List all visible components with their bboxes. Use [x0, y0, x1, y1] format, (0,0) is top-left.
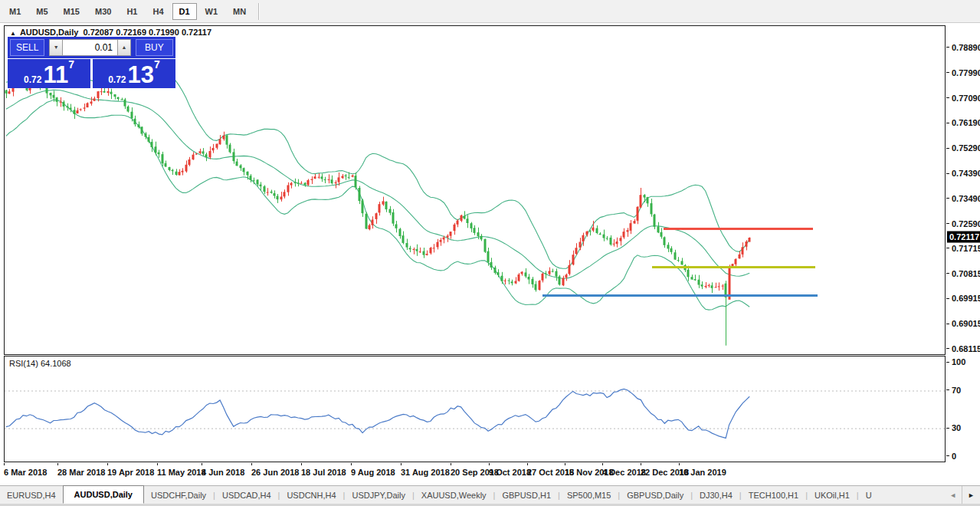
rsi-canvas[interactable] [5, 356, 945, 462]
rsi-label: RSI(14) 64.1068 [9, 359, 71, 368]
timeframe-button-h1[interactable]: H1 [120, 3, 144, 20]
date-axis-label: 31 Aug 2018 [401, 468, 450, 477]
chart-title: ▲AUDUSD,Daily 0.72087 0.72169 0.71990 0.… [10, 28, 211, 37]
date-axis-label: 11 May 2018 [157, 468, 206, 477]
rsi-axis-tick [946, 428, 949, 429]
date-axis-tick [489, 463, 490, 465]
rsi-axis-tick [946, 389, 949, 390]
tab-gbpusd-h1[interactable]: GBPUSD,H1 [495, 488, 558, 503]
sell-price-prefix: 0.72 [24, 74, 41, 85]
tab-tech100-h1[interactable]: TECH100,H1 [742, 488, 805, 503]
price-axis-label: 0.76190 [952, 118, 980, 127]
one-click-trade-panel: SELL ▼ ▲ BUY 0.72 11 7 0.72 13 7 [8, 37, 175, 88]
buy-button[interactable]: BUY [136, 39, 173, 56]
price-axis-tick [946, 223, 949, 224]
price-axis-tick [946, 298, 949, 299]
date-axis-tick [107, 463, 108, 465]
date-axis-tick [602, 463, 603, 465]
date-axis-tick [157, 463, 158, 465]
price-axis-label: 0.77090 [952, 94, 980, 103]
timeframe-button-m1[interactable]: M1 [2, 3, 28, 20]
price-axis-label: 0.70815 [952, 269, 980, 278]
sell-button[interactable]: SELL [10, 39, 44, 56]
chart-symbol-label: AUDUSD,Daily [20, 28, 78, 37]
buy-price-main: 13 [128, 65, 154, 85]
date-axis-label: 18 Jul 2018 [301, 468, 346, 477]
price-axis-tick [946, 173, 949, 174]
price-axis-label: 0.74390 [952, 169, 980, 178]
date-axis-tick [57, 463, 58, 465]
tab-usdjpy-daily[interactable]: USDJPY,Daily [345, 488, 412, 503]
price-axis-label: 0.78890 [952, 43, 980, 52]
rsi-axis-tick [946, 362, 949, 363]
date-axis-tick [4, 463, 5, 465]
rsi-indicator-pane[interactable] [4, 356, 946, 462]
date-axis[interactable]: 6 Mar 201828 Mar 201819 Apr 201811 May 2… [4, 463, 946, 483]
price-axis-tick [946, 148, 949, 149]
tab-ukoil-h1[interactable]: UKOil,H1 [808, 488, 857, 503]
price-axis-label: 0.68115 [952, 344, 980, 353]
price-axis-tick [946, 198, 949, 199]
date-axis-label: 4 Jun 2018 [202, 468, 244, 477]
lot-decrease-button[interactable]: ▼ [49, 39, 63, 56]
sell-price-main: 11 [43, 65, 68, 85]
timeframe-button-w1[interactable]: W1 [198, 3, 225, 20]
tab-usdcad-h4[interactable]: USDCAD,H4 [215, 488, 278, 503]
date-axis-tick [451, 463, 451, 465]
date-axis-tick [401, 463, 402, 465]
chart-ohlc-values: 0.72087 0.72169 0.71990 0.72117 [83, 28, 211, 37]
timeframe-button-m30[interactable]: M30 [88, 3, 118, 20]
price-axis-label: 0.73490 [952, 194, 980, 203]
price-axis-label: 0.72590 [952, 219, 980, 228]
tab-usdchf-daily[interactable]: USDCHF,Daily [144, 488, 213, 503]
timeframe-button-m5[interactable]: M5 [29, 3, 54, 20]
price-axis-label: 0.75290 [952, 143, 980, 153]
tab-audusd-daily[interactable]: AUDUSD,Daily [63, 485, 144, 504]
date-axis-label: 10 Jan 2019 [679, 468, 726, 477]
tab-usdcnh-h4[interactable]: USDCNH,H4 [280, 488, 343, 503]
buy-price-quote[interactable]: 0.72 13 7 [93, 59, 175, 88]
date-axis-tick [202, 463, 202, 465]
date-axis-tick [565, 463, 565, 465]
tab-xauusd-weekly[interactable]: XAUUSD,Weekly [415, 488, 493, 503]
tab-dj30-h4[interactable]: DJ30,H4 [693, 488, 739, 503]
sell-price-pip: 7 [68, 61, 74, 68]
timeframe-button-h4[interactable]: H4 [146, 3, 170, 20]
lot-increase-button[interactable]: ▲ [117, 39, 131, 56]
current-price-badge: 0.72117 [947, 232, 980, 243]
price-axis-tick [946, 123, 949, 123]
price-axis-tick [946, 348, 949, 349]
timeframe-button-d1[interactable]: D1 [172, 3, 197, 20]
date-axis-tick [301, 463, 302, 465]
tab-gbpusd-daily[interactable]: GBPUSD,Daily [620, 488, 690, 503]
date-axis-label: 6 Mar 2018 [4, 468, 47, 477]
price-axis-label: 0.69915 [952, 294, 980, 303]
timeframe-button-mn[interactable]: MN [226, 3, 253, 20]
rsi-axis-label: 0 [952, 452, 956, 461]
date-axis-label: 4 Dec 2018 [602, 468, 646, 477]
price-axis-tick [946, 248, 949, 248]
tab-sp500-m15[interactable]: SP500,M15 [560, 488, 618, 503]
tab-scroll-left-icon[interactable]: ◄ [944, 486, 962, 504]
tab-eurusd-h4[interactable]: EURUSD,H4 [0, 488, 63, 503]
timeframe-toolbar: M1M5M15M30H1H4D1W1MN [0, 0, 980, 23]
trade-panel-toprow: SELL ▼ ▲ BUY [8, 37, 175, 58]
price-axis[interactable]: 0.72117 0.788900.779900.770900.761900.75… [946, 25, 980, 462]
buy-price-prefix: 0.72 [108, 74, 126, 85]
tab-u[interactable]: U [859, 488, 879, 503]
timeframe-button-m15[interactable]: M15 [57, 3, 87, 20]
buy-price-pip: 7 [154, 61, 160, 68]
date-axis-tick [679, 463, 680, 465]
date-axis-tick [527, 463, 528, 465]
toolbar-separator [258, 3, 260, 20]
date-axis-tick [251, 463, 252, 465]
tab-scroll-arrows: ◄► [944, 486, 980, 504]
date-axis-tick [641, 463, 641, 465]
rsi-axis-label: 100 [952, 357, 965, 366]
lot-size-input[interactable] [63, 39, 117, 56]
tab-scroll-right-icon[interactable]: ► [962, 486, 980, 504]
price-axis-tick [946, 47, 949, 48]
sell-price-quote[interactable]: 0.72 11 7 [8, 59, 90, 88]
date-axis-label: 26 Jun 2018 [251, 468, 299, 477]
rsi-axis-label: 70 [952, 386, 961, 395]
